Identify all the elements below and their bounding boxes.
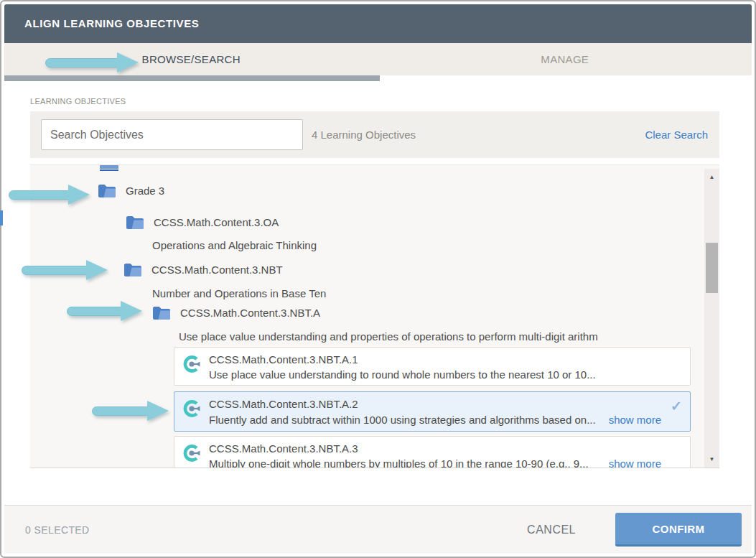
folder-icon	[126, 215, 144, 230]
folder-icon	[123, 262, 142, 277]
tab-browse-search[interactable]: BROWSE/SEARCH	[4, 43, 378, 75]
objective-card-nbt-a-2[interactable]: CCSS.Math.Content.3.NBT.A.2 Fluently add…	[174, 391, 691, 432]
tab-bar: BROWSE/SEARCH MANAGE	[4, 43, 752, 75]
dialog-title: ALIGN LEARNING OBJECTIVES	[24, 4, 199, 43]
scrollbar-thumb[interactable]	[706, 243, 718, 293]
scroll-down-icon[interactable]: ▼	[704, 454, 719, 465]
tree-node-label: Grade 3	[126, 185, 164, 197]
clear-search-link[interactable]: Clear Search	[645, 111, 708, 158]
tree-node-3-oa[interactable]: CCSS.Math.Content.3.OA	[126, 215, 279, 230]
objective-code: CCSS.Math.Content.3.NBT.A.1	[209, 353, 358, 366]
objective-code: CCSS.Math.Content.3.NBT.A.2	[209, 398, 358, 410]
tab-manage[interactable]: MANAGE	[378, 43, 752, 75]
page-background: ALIGN LEARNING OBJECTIVES BROWSE/SEARCH …	[0, 0, 756, 558]
tree-node-description: Use place value understanding and proper…	[179, 330, 706, 343]
objective-description: Multiply one-digit whole numbers by mult…	[209, 457, 610, 468]
tab-manage-label: MANAGE	[541, 53, 589, 65]
objective-card-nbt-a-3[interactable]: CCSS.Math.Content.3.NBT.A.3 Multiply one…	[174, 436, 691, 468]
objective-card-nbt-a-1[interactable]: CCSS.Math.Content.3.NBT.A.1 Use place va…	[174, 347, 691, 386]
selected-checkmark-icon: ✓	[671, 398, 682, 414]
tree-node-description: Number and Operations in Base Ten	[152, 287, 326, 299]
tree-node-grade-3[interactable]: Grade 3	[98, 183, 164, 198]
search-panel: 4 Learning Objectives Clear Search	[30, 111, 719, 158]
scrollbar-track[interactable]: ▲ ▼	[704, 169, 719, 468]
folder-icon-partial	[100, 165, 118, 172]
tree-node-label: CCSS.Math.Content.3.NBT	[151, 264, 283, 276]
objective-icon	[182, 444, 201, 462]
scroll-up-icon[interactable]: ▲	[704, 172, 719, 183]
folder-icon	[152, 305, 171, 320]
tab-browse-search-label: BROWSE/SEARCH	[142, 53, 241, 65]
dialog-footer: 0 SELECTED CANCEL CONFIRM	[4, 505, 752, 554]
background-artifact	[0, 210, 3, 225]
show-more-link[interactable]: show more	[609, 414, 661, 426]
section-label: LEARNING OBJECTIVES	[30, 97, 126, 106]
tree-node-3-nbt[interactable]: CCSS.Math.Content.3.NBT	[123, 262, 283, 277]
tree-node-3-nbt-a[interactable]: CCSS.Math.Content.3.NBT.A	[152, 305, 320, 320]
active-tab-indicator	[4, 75, 380, 81]
selected-count: 0 SELECTED	[25, 506, 90, 554]
objectives-scroll-area: Grade 3 CCSS.Math.Content.3.OA Operation…	[30, 164, 719, 468]
align-objectives-dialog: ALIGN LEARNING OBJECTIVES BROWSE/SEARCH …	[0, 0, 756, 558]
objective-description: Use place value understanding to round w…	[209, 368, 680, 381]
objective-description: Fluently add and subtract within 1000 us…	[209, 414, 610, 426]
objective-icon	[182, 355, 201, 373]
confirm-button[interactable]: CONFIRM	[615, 513, 742, 547]
search-objectives-input[interactable]	[41, 119, 303, 150]
dialog-header: ALIGN LEARNING OBJECTIVES	[4, 4, 752, 43]
folder-icon	[98, 183, 116, 198]
tree-node-label: CCSS.Math.Content.3.NBT.A	[180, 307, 320, 319]
cancel-button[interactable]: CANCEL	[527, 506, 576, 554]
objective-code: CCSS.Math.Content.3.NBT.A.3	[209, 442, 358, 455]
tree-node-label: CCSS.Math.Content.3.OA	[154, 216, 279, 228]
objective-icon	[182, 399, 201, 418]
tree-node-description: Operations and Algebraic Thinking	[152, 239, 317, 251]
show-more-link[interactable]: show more	[609, 457, 661, 468]
results-count: 4 Learning Objectives	[312, 111, 416, 158]
